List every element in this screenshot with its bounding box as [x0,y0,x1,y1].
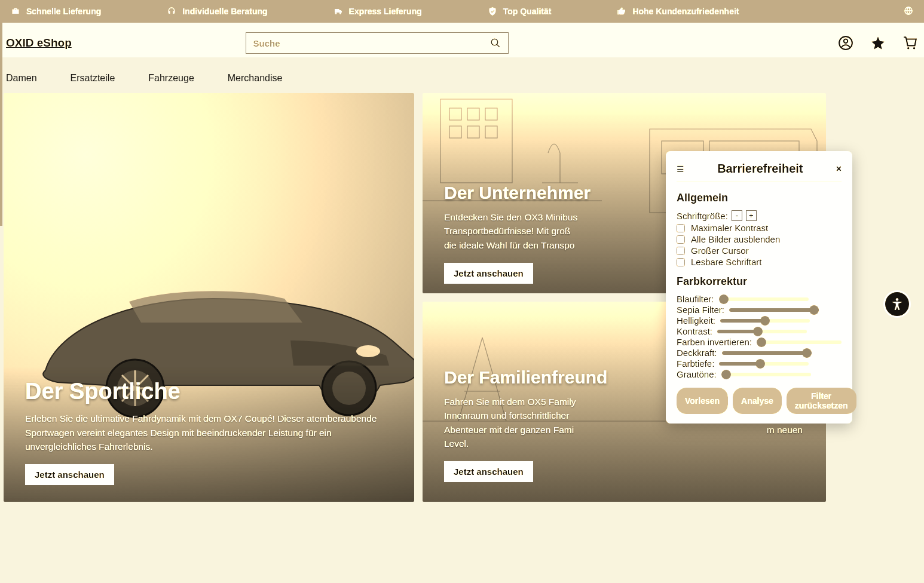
slider-row: Kontrast: [677,326,842,336]
slider-row: Blaufilter: [677,294,842,304]
font-increase-button[interactable]: + [746,210,757,221]
briefcase-icon [11,7,20,16]
section-heading-general: Allgemein [677,192,842,204]
slider-input[interactable] [729,308,819,312]
promo-item-2: Express Lieferung [334,7,422,16]
search-box[interactable] [246,32,509,54]
nav-item-fahrzeuge[interactable]: Fahrzeuge [148,73,194,84]
slider-label: Sepia Filter: [677,305,724,315]
nav-item-ersatzteile[interactable]: Ersatzteile [71,73,115,84]
slider-label: Helligkeit: [677,315,715,326]
headset-icon [167,7,176,16]
slider-label: Grautöne: [677,369,717,379]
nav-item-damen[interactable]: Damen [6,73,37,84]
slider-input[interactable] [717,330,807,333]
language-switch[interactable] [904,6,913,17]
accessibility-icon [889,296,905,312]
thumbs-up-icon [617,7,626,16]
slider-label: Deckkraft: [677,348,717,358]
analyse-button[interactable]: Analyse [733,388,782,414]
promo-label: Schnelle Lieferung [26,7,101,16]
svg-point-4 [844,39,848,44]
left-accent-bar [0,23,2,226]
slider-label: Blaufilter: [677,294,714,304]
slider-input[interactable] [719,362,809,366]
main-header: OXID eShop [0,23,924,57]
promo-label: Express Lieferung [349,7,422,16]
slider-label: Farben invertieren: [677,337,752,347]
slider-input[interactable] [757,340,842,344]
search-icon [490,38,501,48]
check-readable-font[interactable]: Lesbare Schriftart [677,257,842,267]
promo-topbar: Schnelle Lieferung Individuelle Beratung… [0,0,924,23]
font-decrease-button[interactable]: - [732,210,742,221]
svg-point-15 [356,345,380,357]
promo-label: Individuelle Beratung [182,7,267,16]
slider-label: Farbtiefe: [677,358,714,369]
color-sliders: Blaufilter:Sepia Filter:Helligkeit:Kontr… [677,294,842,379]
font-size-label: Schriftgröße: [677,211,728,221]
shop-logo[interactable]: OXID eShop [6,36,72,50]
slider-input[interactable] [720,319,810,323]
reset-filters-button[interactable]: Filter zurücksetzen [787,388,856,414]
check-max-contrast[interactable]: Maximaler Kontrast [677,223,842,233]
hero-description: Erleben Sie die ultimative Fahrdynamik m… [25,412,384,453]
svg-point-1 [491,39,498,45]
menu-icon[interactable]: ☰ [677,164,684,174]
accessibility-panel: ☰ Barrierefreiheit × Allgemein Schriftgr… [666,151,852,424]
hero-cta-button[interactable]: Jetzt anschauen [444,263,533,284]
promo-item-3: Top Qualität [488,7,552,16]
search-input[interactable] [253,38,490,48]
truck-icon [334,7,343,16]
category-nav: Damen Ersatzteile Fahrzeuge Merchandise [0,57,924,93]
slider-input[interactable] [722,351,812,355]
hero-overlay: Der Sportliche Erleben Sie die ultimativ… [4,367,414,502]
slider-input[interactable] [721,373,811,376]
wishlist-icon[interactable] [870,35,886,51]
hero-title: Der Sportliche [25,379,393,404]
slider-row: Farbtiefe: [677,358,842,369]
accessibility-toggle-button[interactable] [883,290,911,318]
section-heading-color: Farbkorrektur [677,275,842,288]
check-large-cursor[interactable]: Großer Cursor [677,246,842,256]
svg-point-30 [896,298,898,300]
globe-icon [904,6,913,16]
slider-row: Helligkeit: [677,315,842,326]
panel-title: Barrierefreiheit [684,162,836,176]
slider-row: Deckkraft: [677,348,842,358]
promo-label: Hohe Kundenzufriedenheit [632,7,739,16]
close-icon[interactable]: × [836,164,842,174]
slider-row: Farben invertieren: [677,337,842,347]
svg-line-2 [497,44,500,47]
shield-icon [488,7,497,16]
promo-item-1: Individuelle Beratung [167,7,267,16]
check-hide-images[interactable]: Alle Bilder ausblenden [677,234,842,244]
cart-icon[interactable] [902,35,918,51]
slider-row: Sepia Filter: [677,305,842,315]
slider-row: Grautöne: [677,369,842,379]
hero-cta-button[interactable]: Jetzt anschauen [444,461,533,482]
slider-input[interactable] [719,297,809,301]
read-aloud-button[interactable]: Vorlesen [677,388,728,414]
hero-tile-sportliche[interactable]: Der Sportliche Erleben Sie die ultimativ… [4,93,414,502]
font-size-row: Schriftgröße: - + [677,210,842,221]
account-icon[interactable] [838,35,853,51]
svg-point-6 [913,47,915,49]
nav-item-merchandise[interactable]: Merchandise [228,73,283,84]
promo-item-0: Schnelle Lieferung [11,7,101,16]
hero-cta-button[interactable]: Jetzt anschauen [25,464,114,485]
promo-label: Top Qualität [503,7,552,16]
slider-label: Kontrast: [677,326,712,336]
promo-item-4: Hohe Kundenzufriedenheit [617,7,739,16]
svg-point-5 [907,47,909,49]
